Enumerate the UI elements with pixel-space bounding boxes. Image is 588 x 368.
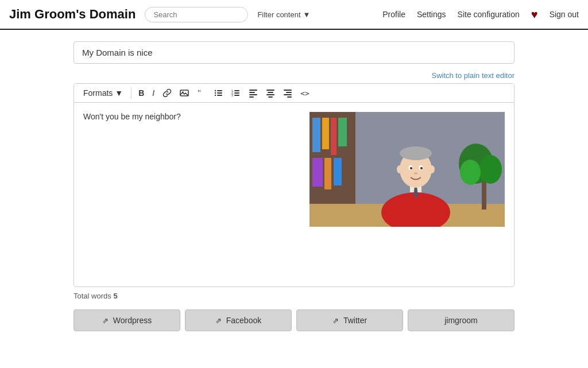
svg-rect-35 <box>334 158 342 185</box>
svg-point-45 <box>420 167 423 169</box>
editor-image-block <box>310 112 505 277</box>
editor-text-content[interactable]: Won't you be my neighbor? <box>83 112 298 277</box>
svg-rect-25 <box>284 94 292 95</box>
image-icon <box>180 88 189 98</box>
svg-rect-18 <box>249 96 254 98</box>
main-content: Switch to plain text editor Formats ▼ B … <box>64 41 524 331</box>
svg-rect-6 <box>217 92 222 94</box>
blockquote-button[interactable]: " <box>194 86 210 100</box>
share-icon: ⇗ <box>102 316 109 325</box>
align-center-icon <box>266 88 275 98</box>
svg-point-47 <box>397 165 403 173</box>
header: Jim Groom's Domain Filter content ▼ Prof… <box>0 0 588 30</box>
svg-rect-8 <box>217 95 222 96</box>
toolbar-separator <box>131 87 131 99</box>
wordpress-share-button[interactable]: ⇗ Wordpress <box>74 309 180 331</box>
link-icon <box>163 88 172 98</box>
svg-rect-4 <box>217 90 222 91</box>
chevron-down-icon: ▼ <box>303 10 311 19</box>
link-button[interactable] <box>159 86 175 100</box>
nav-right: Profile Settings Site configuration ♥ Si… <box>382 8 579 21</box>
svg-rect-14 <box>234 95 239 96</box>
share-icon: ⇗ <box>332 316 339 325</box>
svg-point-5 <box>215 92 216 94</box>
svg-point-7 <box>215 95 216 96</box>
code-icon: <> <box>300 89 310 98</box>
formats-dropdown-button[interactable]: Formats ▼ <box>79 86 127 100</box>
align-left-button[interactable] <box>245 86 261 100</box>
svg-rect-20 <box>268 92 273 93</box>
profile-link[interactable]: Profile <box>382 10 405 19</box>
code-button[interactable]: <> <box>297 87 313 100</box>
facebook-share-button[interactable]: ⇗ Facebook <box>185 309 292 331</box>
word-count: Total words 5 <box>74 292 514 300</box>
svg-rect-24 <box>286 92 292 93</box>
site-title: Jim Groom's Domain <box>9 7 136 22</box>
svg-point-46 <box>414 172 417 175</box>
align-right-button[interactable] <box>280 86 296 100</box>
ordered-list-icon: 1. 2. 3. <box>231 88 241 98</box>
svg-rect-32 <box>338 118 347 146</box>
align-right-icon <box>283 88 292 98</box>
svg-point-41 <box>400 146 432 160</box>
search-input[interactable] <box>145 7 248 22</box>
image-button[interactable] <box>176 86 192 100</box>
editor-toolbar: Formats ▼ B I <box>74 84 514 103</box>
site-configuration-link[interactable]: Site configuration <box>458 10 520 19</box>
jimgroom-share-button[interactable]: jimgroom <box>408 309 514 331</box>
svg-rect-26 <box>287 96 292 98</box>
svg-rect-29 <box>312 118 320 152</box>
svg-rect-31 <box>331 118 336 155</box>
svg-point-51 <box>479 155 502 184</box>
twitter-share-button[interactable]: ⇗ Twitter <box>296 309 403 331</box>
italic-button[interactable]: I <box>149 86 158 100</box>
bold-button[interactable]: B <box>135 86 148 100</box>
editor-body[interactable]: Won't you be my neighbor? <box>74 103 514 286</box>
svg-text:3.: 3. <box>231 94 234 97</box>
svg-rect-10 <box>234 90 239 91</box>
svg-rect-19 <box>266 90 274 91</box>
switch-editor-area: Switch to plain text editor <box>74 71 514 80</box>
post-title-input[interactable] <box>74 41 514 64</box>
svg-rect-23 <box>284 90 292 91</box>
editor-wrapper: Formats ▼ B I <box>74 83 514 287</box>
unordered-list-icon <box>214 88 223 98</box>
svg-text:": " <box>198 89 201 98</box>
svg-rect-15 <box>249 90 257 91</box>
share-icon: ⇗ <box>215 316 222 325</box>
sign-out-button[interactable]: Sign out <box>550 10 579 19</box>
svg-point-52 <box>460 160 481 185</box>
ordered-list-button[interactable]: 1. 2. 3. <box>228 86 244 100</box>
svg-point-3 <box>215 90 216 91</box>
blockquote-icon: " <box>197 88 206 98</box>
align-center-button[interactable] <box>262 86 278 100</box>
heart-icon[interactable]: ♥ <box>531 8 538 21</box>
filter-content-button[interactable]: Filter content ▼ <box>257 10 310 19</box>
svg-rect-33 <box>312 158 323 187</box>
svg-point-48 <box>429 165 435 173</box>
svg-rect-21 <box>266 94 274 95</box>
svg-rect-34 <box>324 158 331 189</box>
svg-point-44 <box>410 167 412 169</box>
chevron-down-icon: ▼ <box>115 88 123 98</box>
mr-rogers-image <box>310 112 505 227</box>
align-left-icon <box>249 88 258 98</box>
svg-rect-16 <box>249 92 255 93</box>
share-buttons-bar: ⇗ Wordpress ⇗ Facebook ⇗ Twitter jimgroo… <box>74 309 514 331</box>
svg-rect-12 <box>234 92 239 94</box>
svg-rect-22 <box>268 96 273 98</box>
switch-to-plain-text-link[interactable]: Switch to plain text editor <box>431 71 514 80</box>
unordered-list-button[interactable] <box>211 86 227 100</box>
settings-link[interactable]: Settings <box>417 10 446 19</box>
svg-rect-30 <box>322 118 329 149</box>
svg-rect-17 <box>249 94 257 95</box>
